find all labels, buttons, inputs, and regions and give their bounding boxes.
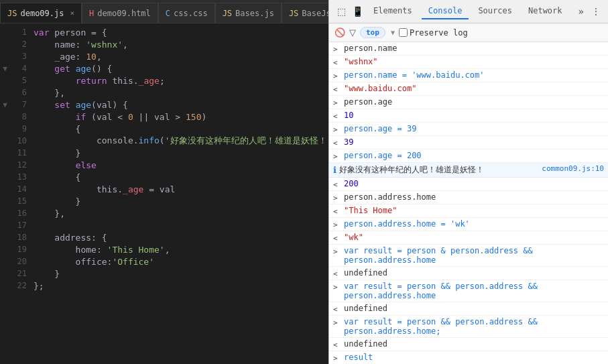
tab-demo09js[interactable]: JS demo09.js × <box>0 3 82 23</box>
console-arrow: < <box>333 139 341 147</box>
console-row[interactable]: <39 <box>329 136 608 149</box>
console-arrow: > <box>333 283 341 292</box>
line-number: 21 <box>10 269 34 278</box>
token: 0 <box>128 112 133 122</box>
tab-basesjs-label: Bases.js <box>235 9 274 18</box>
line-content: else <box>34 160 328 170</box>
token: office: <box>34 257 112 267</box>
console-arrow: > <box>333 152 341 161</box>
device-icon[interactable]: 📱 <box>351 5 364 18</box>
console-arrow: > <box>333 125 341 134</box>
console-row[interactable]: >result <box>329 351 608 364</box>
filter-icon[interactable]: ▽ <box>349 27 356 38</box>
console-row[interactable]: <undefined <box>329 338 608 351</box>
console-row[interactable]: >person.age <box>329 96 608 109</box>
line-content: { <box>34 172 328 182</box>
console-row[interactable]: <"wk" <box>329 231 608 245</box>
console-source-link[interactable]: common09.js:10 <box>542 164 604 173</box>
console-row[interactable]: ℹ好象没有这种年纪的人吧！雄道是妖怪！common09.js:10 <box>329 163 608 178</box>
tab-basesjs[interactable]: JS Bases.js <box>215 3 282 23</box>
console-text: result <box>344 353 604 362</box>
line-number: 12 <box>10 160 34 170</box>
code-line: 14 this._age = val <box>0 183 328 195</box>
tab-elements[interactable]: Elements <box>367 3 419 19</box>
console-text: var result = person && person.address &&… <box>344 317 604 336</box>
top-filter-badge[interactable]: top <box>360 27 385 38</box>
token: = val <box>143 184 175 194</box>
token <box>34 112 76 122</box>
token: _age <box>123 184 143 194</box>
console-row[interactable]: <"This Home" <box>329 204 608 218</box>
more-tabs-icon[interactable]: » <box>579 6 584 17</box>
console-row[interactable]: >var result = person & person.address &&… <box>329 245 608 267</box>
editor-panel: JS demo09.js × H demo09.html C css.css J… <box>0 0 328 364</box>
console-text: person.age = 200 <box>344 151 604 160</box>
token: { <box>34 124 80 134</box>
console-arrow: < <box>333 58 341 67</box>
line-number: 15 <box>10 196 34 206</box>
tab-console[interactable]: Console <box>422 3 469 19</box>
line-content: } <box>34 269 328 279</box>
token: , <box>123 40 128 50</box>
top-filter-caret[interactable]: ▼ <box>391 29 395 36</box>
token: _age: <box>34 52 86 62</box>
console-text: "wk" <box>344 233 604 242</box>
tab-demo09html[interactable]: H demo09.html <box>82 3 158 23</box>
code-line: 15 } <box>0 195 328 207</box>
console-row[interactable]: >person.address.home = 'wk' <box>329 218 608 231</box>
console-row[interactable]: <"wshnx" <box>329 56 608 69</box>
console-arrow: < <box>333 207 341 216</box>
code-line: 10 console.info('好象没有这种年纪的人吧！雄道是妖怪！'); <box>0 135 328 147</box>
html-icon: H <box>89 9 94 18</box>
code-line: 8 if (val < 0 || val > 150) <box>0 111 328 123</box>
line-content: }, <box>34 208 328 219</box>
tab-close-icon[interactable]: × <box>70 9 74 17</box>
devtools-settings-icon[interactable]: ⋮ <box>589 5 603 18</box>
console-arrow: < <box>333 234 341 243</box>
inspect-icon[interactable]: ⬚ <box>335 5 348 18</box>
token: 'This Home' <box>107 245 165 255</box>
fold-arrow[interactable]: ▼ <box>0 101 10 109</box>
console-row[interactable]: >var result = person && person.address &… <box>329 280 608 302</box>
console-row[interactable]: <undefined <box>329 267 608 280</box>
line-number: 2 <box>10 40 34 49</box>
tab-network[interactable]: Network <box>522 3 569 19</box>
console-text: person.address.home = 'wk' <box>344 219 604 229</box>
token: return <box>76 76 113 86</box>
console-row[interactable]: >person.name = 'www.baidu.com' <box>329 69 608 82</box>
token <box>34 100 54 110</box>
console-arrow: > <box>333 194 341 202</box>
line-content: address: { <box>34 233 328 243</box>
code-line: 1var person = { <box>0 26 328 38</box>
token: _age <box>139 76 160 86</box>
console-arrow: < <box>333 269 341 278</box>
code-line: 9 { <box>0 123 328 135</box>
console-output[interactable]: >person.name<"wshnx">person.name = 'www.… <box>329 42 608 364</box>
tab-sources[interactable]: Sources <box>471 3 519 19</box>
line-content: set age(val) { <box>34 100 328 110</box>
console-arrow: < <box>333 305 341 314</box>
devtools-topbar: ⬚ 📱 Elements Console Sources Network » ⋮ <box>329 0 608 23</box>
preserve-log-checkbox[interactable] <box>399 28 408 37</box>
console-row[interactable]: >person.age = 39 <box>329 123 608 136</box>
console-row[interactable]: <"www.baidu.com" <box>329 82 608 96</box>
fold-arrow[interactable]: ▼ <box>0 64 10 73</box>
token <box>34 64 54 74</box>
console-row[interactable]: <10 <box>329 109 608 123</box>
console-row[interactable]: >person.name <box>329 42 608 56</box>
console-row[interactable]: <undefined <box>329 302 608 316</box>
token: 'wshnx' <box>86 40 123 50</box>
code-line: 19 home: 'This Home', <box>0 243 328 255</box>
clear-console-icon[interactable]: 🚫 <box>335 27 345 38</box>
tab-csscss[interactable]: C css.css <box>158 3 215 23</box>
console-row[interactable]: >person.age = 200 <box>329 149 608 163</box>
token: person = { <box>54 27 107 38</box>
preserve-log-label[interactable]: Preserve log <box>399 28 468 38</box>
token: || val > <box>133 112 186 122</box>
console-text: "wshnx" <box>344 57 604 66</box>
console-row[interactable]: >person.address.home <box>329 191 608 204</box>
console-toolbar: 🚫 ▽ top ▼ Preserve log <box>329 23 608 42</box>
code-area[interactable]: 1var person = {2 name: 'wshnx',3 _age: 1… <box>0 23 328 364</box>
console-row[interactable]: >var result = person && person.address &… <box>329 316 608 338</box>
console-row[interactable]: <200 <box>329 178 608 191</box>
